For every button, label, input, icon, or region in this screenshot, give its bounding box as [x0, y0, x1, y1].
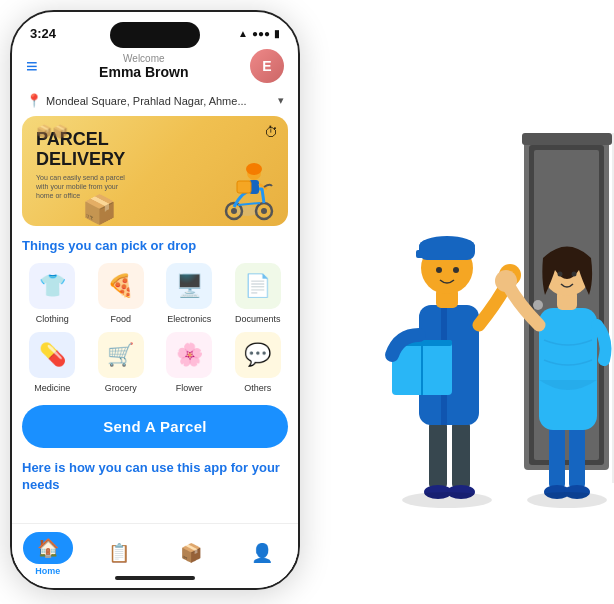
- svg-rect-30: [416, 250, 428, 258]
- svg-point-44: [527, 492, 607, 508]
- category-icon-food: 🍕: [98, 263, 144, 309]
- location-text: Mondeal Square, Prahlad Nagar, Ahme...: [46, 95, 274, 107]
- svg-point-42: [572, 272, 577, 277]
- avatar[interactable]: E: [250, 49, 284, 83]
- timer-icon: ⏱: [264, 124, 278, 140]
- phone-home-indicator: [115, 576, 195, 580]
- category-icon-flower: 🌸: [166, 332, 212, 378]
- svg-point-31: [436, 267, 442, 273]
- orders-icon-wrap: 📋: [108, 542, 130, 564]
- home-label: Home: [35, 566, 60, 576]
- user-name: Emma Brown: [99, 64, 188, 80]
- signal-icon: ●●●: [252, 28, 270, 39]
- svg-point-2: [231, 208, 237, 214]
- avatar-initials: E: [262, 58, 271, 74]
- category-label-medicine: Medicine: [34, 383, 70, 393]
- svg-rect-16: [429, 420, 447, 490]
- svg-point-13: [533, 300, 543, 310]
- category-icon-documents: 📄: [235, 263, 281, 309]
- chevron-down-icon: ▾: [278, 94, 284, 107]
- category-item-electronics[interactable]: 🖥️ Electronics: [159, 263, 220, 324]
- app-header: ≡ Welcome Emma Brown E: [12, 45, 298, 89]
- category-icon-clothing: 👕: [29, 263, 75, 309]
- category-item-documents[interactable]: 📄 Documents: [228, 263, 289, 324]
- location-bar[interactable]: 📍 Mondeal Square, Prahlad Nagar, Ahme...…: [12, 89, 298, 116]
- svg-rect-14: [522, 133, 612, 145]
- category-item-others[interactable]: 💬 Others: [228, 332, 289, 393]
- battery-icon: ▮: [274, 28, 280, 39]
- home-icon: 🏠: [37, 537, 59, 559]
- svg-rect-8: [237, 181, 251, 193]
- category-label-clothing: Clothing: [36, 314, 69, 324]
- track-icon-wrap: 📦: [180, 542, 202, 564]
- category-label-others: Others: [244, 383, 271, 393]
- category-item-grocery[interactable]: 🛒 Grocery: [91, 332, 152, 393]
- category-label-flower: Flower: [176, 383, 203, 393]
- orders-icon: 📋: [108, 542, 130, 564]
- home-icon-wrap: 🏠: [23, 532, 73, 564]
- welcome-label: Welcome: [99, 53, 188, 64]
- category-item-flower[interactable]: 🌸 Flower: [159, 332, 220, 393]
- section-things-title: Things you can pick or drop: [22, 238, 288, 253]
- promo-banner: PARCEL DELIVERY You can easily send a pa…: [22, 116, 288, 226]
- category-label-food: Food: [110, 314, 131, 324]
- status-time: 3:24: [30, 26, 56, 41]
- track-icon: 📦: [180, 542, 202, 564]
- category-icon-electronics: 🖥️: [166, 263, 212, 309]
- category-item-medicine[interactable]: 💊 Medicine: [22, 332, 83, 393]
- dynamic-island: [110, 22, 200, 48]
- category-grid: 👕 Clothing 🍕 Food 🖥️ Electronics 📄 Docum…: [22, 263, 288, 393]
- svg-rect-33: [549, 425, 565, 490]
- svg-rect-34: [569, 425, 585, 490]
- phone-screen: 3:24 ▲ ●●● ▮ ≡ Welcome Emma Brown E 📍 Mo…: [12, 12, 298, 588]
- category-item-clothing[interactable]: 👕 Clothing: [22, 263, 83, 324]
- svg-point-41: [558, 272, 563, 277]
- svg-point-4: [261, 208, 267, 214]
- wifi-icon: ▲: [238, 28, 248, 39]
- banner-pkg-icon: 📦📦: [36, 124, 68, 139]
- scroll-content: PARCEL DELIVERY You can easily send a pa…: [12, 116, 298, 523]
- banner-illustration: [182, 131, 282, 226]
- nav-home[interactable]: 🏠 Home: [20, 532, 75, 576]
- status-icons: ▲ ●●● ▮: [238, 28, 280, 39]
- how-to-title: Here is how you can use this app for you…: [22, 460, 288, 494]
- svg-point-38: [495, 270, 517, 292]
- banner-boxes-icon: 📦: [82, 193, 117, 226]
- svg-rect-17: [452, 420, 470, 490]
- category-label-electronics: Electronics: [167, 314, 211, 324]
- header-center: Welcome Emma Brown: [99, 53, 188, 80]
- category-icon-grocery: 🛒: [98, 332, 144, 378]
- category-icon-others: 💬: [235, 332, 281, 378]
- category-label-documents: Documents: [235, 314, 281, 324]
- svg-point-32: [453, 267, 459, 273]
- location-pin-icon: 📍: [26, 93, 42, 108]
- svg-point-43: [402, 492, 492, 508]
- category-icon-medicine: 💊: [29, 332, 75, 378]
- nav-track[interactable]: 📦: [163, 542, 218, 566]
- delivery-scene: [304, 40, 614, 600]
- nav-profile[interactable]: 👤: [235, 542, 290, 566]
- profile-icon-wrap: 👤: [251, 542, 273, 564]
- profile-icon: 👤: [251, 542, 273, 564]
- send-parcel-button[interactable]: Send A Parcel: [22, 405, 288, 448]
- menu-icon[interactable]: ≡: [26, 55, 38, 78]
- category-label-grocery: Grocery: [105, 383, 137, 393]
- svg-point-6: [246, 163, 262, 175]
- svg-rect-37: [539, 308, 597, 430]
- phone-shell: 3:24 ▲ ●●● ▮ ≡ Welcome Emma Brown E 📍 Mo…: [10, 10, 300, 590]
- nav-orders[interactable]: 📋: [92, 542, 147, 566]
- category-item-food[interactable]: 🍕 Food: [91, 263, 152, 324]
